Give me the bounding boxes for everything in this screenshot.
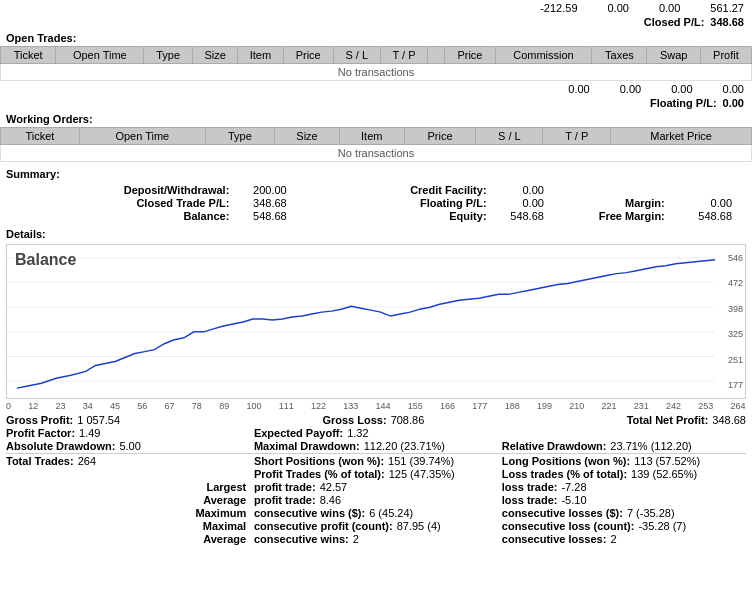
total-trades-cell: Total Trades: 264: [6, 455, 250, 467]
expected-payoff-label: Expected Payoff:: [254, 427, 343, 439]
long-pos-cell: Long Positions (won %): 113 (57.52%): [502, 455, 746, 467]
avg-consec-wins-label: consecutive wins:: [254, 533, 349, 545]
maximum-label: Maximum: [6, 507, 250, 519]
col-tp: T / P: [380, 47, 427, 64]
floating-pl-row: Floating P/L: 0.00: [0, 97, 752, 111]
total-net-profit-cell: Total Net Profit: 348.68: [627, 414, 746, 426]
gross-loss-label: Gross Loss:: [322, 414, 386, 426]
largest-loss-cell: loss trade: -7.28: [502, 481, 746, 493]
maximal-label: Maximal: [6, 520, 250, 532]
num4: 561.27: [710, 2, 744, 14]
loss-trades-val: 139 (52.65%): [631, 468, 697, 480]
num1: -212.59: [540, 2, 577, 14]
closed-label: Closed P/L:: [644, 16, 705, 28]
avg-consec-losses-cell: consecutive losses: 2: [502, 533, 746, 545]
profit-trades-cell: Profit Trades (% of total): 125 (47.35%): [254, 468, 498, 480]
avg-loss-cell: loss trade: -5.10: [502, 494, 746, 506]
rel-drawdown-cell: Relative Drawdown: 23.71% (112.20): [502, 440, 746, 452]
max-drawdown-val: 112.20 (23.71%): [364, 440, 445, 452]
sum-val-3: 548.68: [237, 210, 316, 222]
total-trades-val: 264: [78, 455, 96, 467]
max-consec-wins-count-val: 87.95 (4): [397, 520, 441, 532]
avg-loss-label: loss trade:: [502, 494, 558, 506]
sum-label2-2: Floating P/L:: [317, 197, 495, 209]
profit-trades-val: 125 (47.35%): [389, 468, 455, 480]
long-pos-val: 113 (57.52%): [634, 455, 700, 467]
largest-profit-cell: profit trade: 42.57: [254, 481, 498, 493]
sum-val-2: 348.68: [237, 197, 316, 209]
average-label-2: Average: [6, 533, 250, 545]
wo-open-time: Open Time: [79, 128, 205, 145]
profit-factor-val: 1.49: [79, 427, 100, 439]
y-325: 325: [728, 329, 743, 339]
y-398: 398: [728, 304, 743, 314]
largest-profit-label: profit trade:: [254, 481, 316, 493]
sum-val3-1: [673, 184, 732, 196]
no-transactions-wo: No transactions: [1, 145, 752, 162]
avg-consec-losses-label: consecutive losses:: [502, 533, 607, 545]
gross-profit-cell: Gross Profit: 1 057.54: [6, 414, 120, 426]
total-trades-label: Total Trades:: [6, 455, 74, 467]
abs-drawdown-val: 5.00: [119, 440, 140, 452]
float-num2: 0.00: [620, 83, 641, 95]
max-consec-wins-count-cell: consecutive profit (count): 87.95 (4): [254, 520, 498, 532]
expected-payoff-cell: Expected Payoff: 1.32: [254, 427, 498, 439]
open-trades-header-row: Ticket Open Time Type Size Item Price S …: [1, 47, 752, 64]
rel-drawdown-val: 23.71% (112.20): [610, 440, 691, 452]
sum-val3-2: 0.00: [673, 197, 732, 209]
sum-val-1: 200.00: [237, 184, 316, 196]
balance-line: [17, 260, 715, 388]
max-consec-wins-val-val: 6 (45.24): [369, 507, 413, 519]
avg-profit-label: profit trade:: [254, 494, 316, 506]
sum-label2-3: Equity:: [317, 210, 495, 222]
chart-container: Balance 546 472 398 325 251 177: [6, 244, 746, 399]
no-transactions-row: No transactions: [1, 64, 752, 81]
details-stats: Gross Profit: 1 057.54 Gross Loss: 708.8…: [0, 413, 752, 547]
summary-header: Summary:: [0, 166, 752, 182]
profit-trades-label: Profit Trades (% of total):: [254, 468, 385, 480]
avg-profit-val: 8.46: [320, 494, 341, 506]
max-consec-losses-count-label: consecutive loss (count):: [502, 520, 635, 532]
y-labels: 546 472 398 325 251 177: [728, 245, 743, 398]
summary-row-1: Deposit/Withdrawal: 200.00 Credit Facili…: [20, 184, 732, 196]
abs-drawdown-cell: Absolute Drawdown: 5.00: [6, 440, 250, 452]
details-header: Details:: [0, 226, 752, 242]
stats-row-2: Profit Factor: 1.49 Expected Payoff: 1.3…: [6, 427, 746, 439]
max-consec-wins-val-cell: consecutive wins ($): 6 (45.24): [254, 507, 498, 519]
float-num1: 0.00: [568, 83, 589, 95]
max-consec-losses-val-cell: consecutive losses ($): 7 (-35.28): [502, 507, 746, 519]
largest-loss-label: loss trade:: [502, 481, 558, 493]
sum-label-2: Closed Trade P/L:: [20, 197, 237, 209]
average-label-1: Average: [6, 494, 250, 506]
stats-row-4: Total Trades: 264 Short Positions (won %…: [6, 455, 746, 467]
y-177: 177: [728, 380, 743, 390]
y-251: 251: [728, 355, 743, 365]
summary-row-3: Balance: 548.68 Equity: 548.68 Free Marg…: [20, 210, 732, 222]
short-pos-label: Short Positions (won %):: [254, 455, 384, 467]
wo-price: Price: [404, 128, 476, 145]
col-empty: [428, 47, 445, 64]
sum-val2-2: 0.00: [495, 197, 574, 209]
col-price2: Price: [445, 47, 495, 64]
short-pos-cell: Short Positions (won %): 151 (39.74%): [254, 455, 498, 467]
avg-profit-cell: profit trade: 8.46: [254, 494, 498, 506]
chart-svg: [7, 245, 715, 398]
floating-value: 0.00: [723, 97, 744, 109]
closed-pl-row: Closed P/L: 348.68: [0, 16, 752, 30]
gross-profit-label: Gross Profit:: [6, 414, 73, 426]
expected-payoff-val: 1.32: [347, 427, 368, 439]
largest-label: Largest: [6, 481, 250, 493]
gross-profit-val: 1 057.54: [77, 414, 120, 426]
wo-item: Item: [339, 128, 404, 145]
short-pos-val: 151 (39.74%): [388, 455, 454, 467]
summary-row-2: Closed Trade P/L: 348.68 Floating P/L: 0…: [20, 197, 732, 209]
divider-1: [6, 453, 746, 454]
open-trades-table: Ticket Open Time Type Size Item Price S …: [0, 46, 752, 81]
largest-loss-val: -7.28: [561, 481, 586, 493]
sum-label3-3: Free Margin:: [574, 210, 673, 222]
stats-row-5: Profit Trades (% of total): 125 (47.35%)…: [6, 468, 746, 480]
total-net-profit-label: Total Net Profit:: [627, 414, 709, 426]
num2: 0.00: [608, 2, 629, 14]
abs-drawdown-label: Absolute Drawdown:: [6, 440, 115, 452]
col-open-time: Open Time: [56, 47, 144, 64]
